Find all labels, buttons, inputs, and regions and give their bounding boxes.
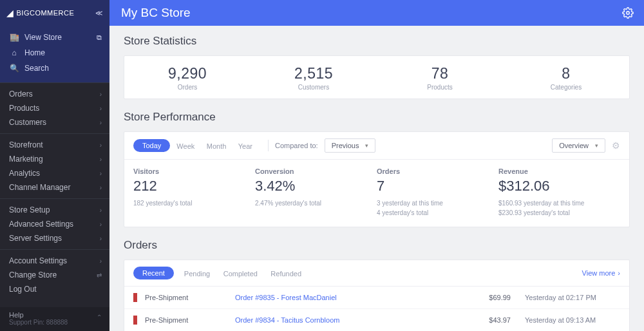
metric-sub: 2.47% yesterday's total [255, 198, 377, 208]
stat-value: 2,515 [251, 65, 377, 82]
help-title: Help [9, 311, 100, 319]
metric-sub: 3 yesterday at this time [377, 198, 498, 208]
range-year[interactable]: Year [238, 142, 252, 150]
metric-sub: 4 yesterday's total [377, 208, 498, 218]
store-icon: 🏬 [9, 33, 19, 42]
sidebar-item-customers[interactable]: Customers› [0, 115, 109, 129]
range-week[interactable]: Week [176, 142, 194, 150]
sidebar-item-storefront[interactable]: Storefront› [0, 138, 109, 152]
sidebar-item-account-settings[interactable]: Account Settings › [0, 254, 109, 268]
home-icon: ⌂ [9, 48, 19, 57]
chevron-right-icon: › [100, 221, 102, 228]
orders-tab-recent[interactable]: Recent [133, 267, 174, 279]
chevron-right-icon: › [100, 156, 102, 163]
sidebar-item-label: View Store [24, 33, 62, 42]
settings-button[interactable] [622, 7, 634, 19]
order-price: $43.97 [466, 316, 511, 324]
section-title-performance: Store Performance [124, 111, 630, 124]
sidebar-item-label: Marketing [9, 155, 43, 164]
range-today-pill[interactable]: Today [133, 139, 170, 152]
orders-view-more[interactable]: View more › [582, 269, 620, 277]
sidebar-help[interactable]: Help Support Pin: 888888 ⌃ [0, 307, 109, 331]
sidebar-item-label: Customers [9, 118, 46, 127]
logo-icon: ◢ [6, 8, 14, 18]
sidebar-group: Store Setup›Advanced Settings›Server Set… [0, 198, 109, 249]
section-title-stats: Store Statistics [124, 35, 630, 48]
chevron-right-icon: › [100, 91, 102, 98]
sidebar-item-label: Store Setup [9, 205, 50, 214]
chevron-right-icon: › [100, 119, 102, 126]
order-status: Pre-Shipment [145, 294, 235, 301]
stat-value: 78 [377, 65, 503, 82]
stat-label: Orders [124, 84, 251, 91]
metric-label: Revenue [498, 167, 620, 175]
sidebar-item-label: Advanced Settings [9, 220, 73, 229]
sidebar-item-marketing[interactable]: Marketing› [0, 152, 109, 166]
order-when: Yesterday at 09:13 AM [511, 316, 620, 324]
sidebar-group: Storefront›Marketing›Analytics›Channel M… [0, 133, 109, 198]
sidebar-item-orders[interactable]: Orders› [0, 87, 109, 101]
sidebar-item-channel-manager[interactable]: Channel Manager› [0, 180, 109, 194]
sidebar-item-advanced-settings[interactable]: Advanced Settings› [0, 217, 109, 231]
brand-bar: ◢ BIGCOMMERCE ≪ [0, 0, 109, 26]
order-row: Pre-ShipmentOrder #9835 - Forest MacDani… [124, 287, 629, 309]
sidebar-item-store-setup[interactable]: Store Setup› [0, 203, 109, 217]
stat-label: Customers [251, 84, 377, 91]
help-pin: Support Pin: 888888 [9, 319, 100, 326]
sidebar-item-label: Storefront [9, 140, 43, 149]
orders-tab-completed[interactable]: Completed [223, 270, 258, 278]
performance-toolbar: Today Week Month Year Compared to: Previ… [124, 132, 629, 160]
sidebar-item-analytics[interactable]: Analytics› [0, 166, 109, 180]
stat-products: 78Products [377, 56, 503, 99]
collapse-sidebar-icon[interactable]: ≪ [95, 9, 103, 17]
order-status: Pre-Shipment [145, 316, 235, 324]
view-more-label: View more [582, 269, 616, 277]
order-link[interactable]: Order #9835 - Forest MacDaniel [235, 294, 466, 301]
order-link[interactable]: Order #9834 - Tacitus Cornbloom [235, 316, 466, 324]
sidebar-item-products[interactable]: Products› [0, 101, 109, 115]
sidebar-item-server-settings[interactable]: Server Settings› [0, 231, 109, 245]
orders-tab-refunded[interactable]: Refunded [270, 270, 301, 278]
orders-tab-pending[interactable]: Pending [184, 270, 210, 278]
performance-settings-icon[interactable]: ⚙ [612, 140, 620, 151]
metric-value: 7 [377, 178, 498, 194]
sidebar-group: Orders›Products›Customers› [0, 82, 109, 133]
metric-value: 3.42% [255, 178, 377, 194]
compare-dropdown[interactable]: Previous ▾ [325, 138, 376, 153]
stat-categories: 8Categories [503, 56, 629, 99]
performance-card: Today Week Month Year Compared to: Previ… [124, 131, 630, 227]
stat-value: 8 [503, 65, 629, 82]
caret-down-icon: ▾ [365, 142, 368, 149]
metric-value: 212 [133, 178, 255, 194]
stat-orders: 9,290Orders [124, 56, 251, 99]
sidebar-item-search[interactable]: 🔍Search [0, 61, 109, 76]
sidebar: ◢ BIGCOMMERCE ≪ 🏬View Store⧉⌂Home🔍Search… [0, 0, 109, 331]
sidebar-item-label: Server Settings [9, 234, 62, 243]
chevron-right-icon: › [100, 207, 102, 214]
main: My BC Store Store Statistics 9,290Orders… [109, 0, 644, 331]
header: My BC Store [109, 0, 644, 26]
overview-dropdown[interactable]: Overview ▾ [552, 138, 605, 153]
chevron-right-icon: › [100, 184, 102, 191]
chevron-right-icon: › [100, 258, 102, 265]
stat-label: Products [377, 84, 503, 91]
range-month[interactable]: Month [207, 142, 227, 150]
chevron-right-icon: › [100, 235, 102, 242]
chevron-right-icon: › [100, 105, 102, 112]
sidebar-item-log-out[interactable]: Log Out [0, 282, 109, 296]
sidebar-item-view-store[interactable]: 🏬View Store⧉ [0, 30, 109, 45]
metric-sub: $160.93 yesterday at this time [498, 198, 620, 208]
compare-label: Compared to: [275, 142, 318, 149]
brand-logo: ◢ BIGCOMMERCE [6, 8, 74, 18]
sidebar-item-label: Change Store [9, 270, 57, 279]
sidebar-item-change-store[interactable]: Change Store ⇄ [0, 268, 109, 282]
chevron-up-icon: ⌃ [97, 314, 102, 321]
sidebar-item-label: Orders [9, 90, 33, 99]
sidebar-item-label: Search [24, 64, 49, 73]
chevron-right-icon: › [100, 142, 102, 149]
orders-card: Recent Pending Completed Refunded View m… [124, 260, 630, 331]
sidebar-bottom-group: Account Settings › Change Store ⇄ Log Ou… [0, 249, 109, 300]
range-options: Week Month Year [176, 140, 261, 151]
compare-value: Previous [332, 142, 359, 149]
sidebar-item-home[interactable]: ⌂Home [0, 45, 109, 61]
